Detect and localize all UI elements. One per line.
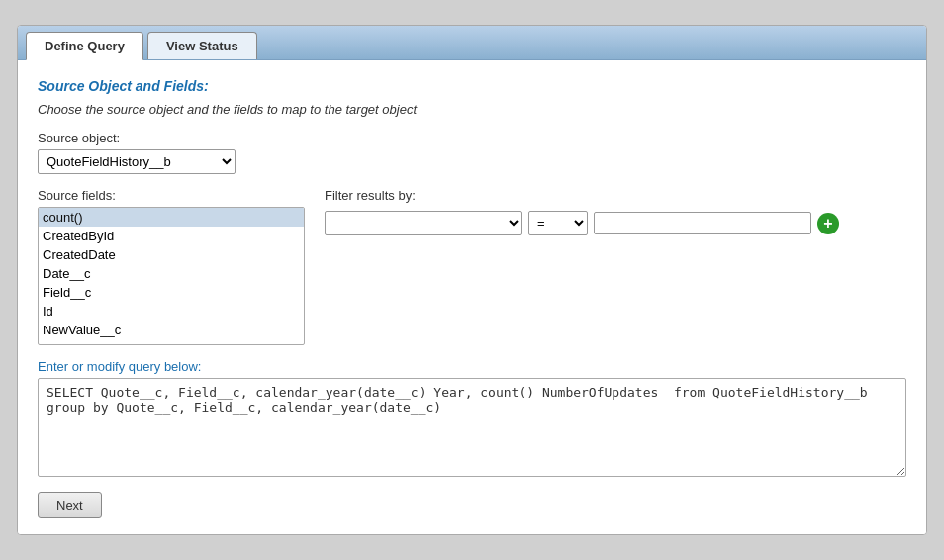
filter-value-input[interactable] [594, 212, 811, 234]
list-item[interactable]: Field__c [39, 283, 304, 302]
source-object-select[interactable]: QuoteFieldHistory__b [38, 149, 236, 174]
query-label: Enter or modify query below: [38, 359, 906, 374]
list-item[interactable]: NewValue__c [39, 321, 304, 339]
tab-view-status[interactable]: View Status [147, 32, 257, 59]
fields-filter-row: Source fields: count()CreatedByIdCreated… [38, 188, 906, 345]
main-container: Define Query View Status Source Object a… [17, 25, 927, 535]
source-fields-list[interactable]: count()CreatedByIdCreatedDateDate__cFiel… [38, 207, 305, 345]
list-item[interactable]: Date__c [39, 264, 304, 283]
source-fields-section: Source fields: count()CreatedByIdCreated… [38, 188, 305, 345]
section-description: Choose the source object and the fields … [38, 102, 906, 117]
next-button[interactable]: Next [38, 492, 102, 518]
filter-label: Filter results by: [325, 188, 839, 203]
list-item[interactable]: CreatedDate [39, 245, 304, 264]
tab-bar: Define Query View Status [18, 26, 926, 60]
filter-field-select[interactable] [325, 211, 522, 235]
tab-define-query[interactable]: Define Query [26, 32, 143, 60]
list-item[interactable]: Id [39, 302, 304, 321]
filter-row: = + [325, 211, 839, 235]
query-section: Enter or modify query below: [38, 359, 906, 480]
section-title: Source Object and Fields: [38, 78, 906, 94]
list-item[interactable]: CreatedById [39, 227, 304, 245]
filter-operator-select[interactable]: = [528, 211, 588, 235]
query-textarea[interactable] [38, 378, 906, 477]
source-object-label: Source object: [38, 131, 906, 145]
list-item[interactable]: count() [39, 208, 304, 227]
filter-section: Filter results by: = + [325, 188, 839, 235]
source-fields-label: Source fields: [38, 188, 305, 203]
content-area: Source Object and Fields: Choose the sou… [18, 60, 926, 534]
add-filter-button[interactable]: + [817, 213, 839, 234]
